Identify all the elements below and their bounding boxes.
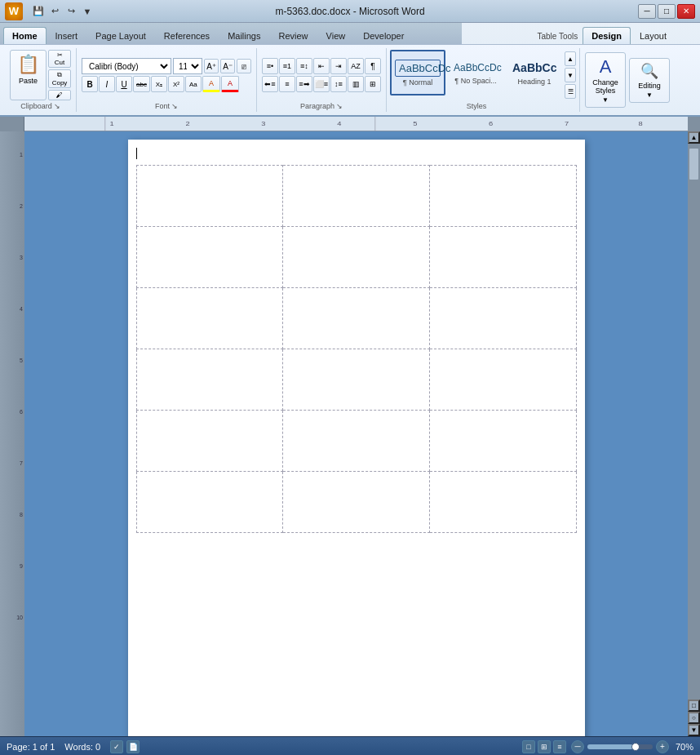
table-cell[interactable] bbox=[136, 166, 283, 227]
decrease-indent-button[interactable]: ⇤ bbox=[313, 58, 330, 74]
table-cell[interactable] bbox=[283, 411, 430, 472]
clipboard-expand-icon[interactable]: ↘ bbox=[54, 102, 60, 110]
scroll-up-button[interactable]: ▲ bbox=[688, 131, 700, 144]
close-button[interactable]: ✕ bbox=[677, 4, 695, 19]
numbering-button[interactable]: ≡1 bbox=[279, 58, 295, 74]
table-cell[interactable] bbox=[136, 472, 283, 533]
style-normal[interactable]: AaBbCcDc ¶ Normal bbox=[390, 50, 445, 95]
table-cell[interactable] bbox=[429, 411, 576, 472]
zoom-out-button[interactable]: ─ bbox=[571, 740, 584, 753]
scroll-view2-button[interactable]: ○ bbox=[688, 712, 700, 724]
office-logo[interactable]: W bbox=[5, 2, 23, 20]
tab-developer[interactable]: Developer bbox=[354, 27, 413, 44]
format-painter-button[interactable]: 🖌 bbox=[48, 90, 71, 100]
styles-more[interactable]: ☰ bbox=[565, 84, 576, 99]
cut-button[interactable]: ✂ Cut bbox=[48, 50, 71, 68]
style-no-spacing[interactable]: AaBbCcDc ¶ No Spaci... bbox=[447, 50, 504, 95]
table-cell[interactable] bbox=[283, 472, 430, 533]
paragraph-expand-icon[interactable]: ↘ bbox=[336, 102, 343, 110]
status-icons: ✓ 📄 bbox=[110, 740, 140, 753]
document-page[interactable] bbox=[128, 140, 585, 736]
italic-button[interactable]: I bbox=[99, 76, 115, 92]
align-right-button[interactable]: ≡➡ bbox=[296, 76, 312, 92]
bullets-button[interactable]: ≡• bbox=[262, 58, 278, 74]
tab-references[interactable]: References bbox=[155, 27, 219, 44]
tab-mailings[interactable]: Mailings bbox=[219, 27, 269, 44]
undo-button[interactable]: ↩ bbox=[47, 4, 62, 19]
change-styles-button[interactable]: A ChangeStyles ▼ bbox=[585, 52, 626, 109]
styles-scroll-up[interactable]: ▲ bbox=[565, 51, 576, 66]
copy-button[interactable]: ⧉ Copy bbox=[48, 69, 71, 88]
styles-scroll-down[interactable]: ▼ bbox=[565, 68, 576, 82]
sort-button[interactable]: AZ bbox=[348, 58, 364, 74]
table-cell[interactable] bbox=[283, 349, 430, 411]
table-cell[interactable] bbox=[136, 411, 283, 472]
table-cell[interactable] bbox=[136, 288, 283, 349]
table-cell[interactable] bbox=[429, 227, 576, 288]
scroll-thumb[interactable] bbox=[689, 148, 699, 180]
font-family-select[interactable]: Calibri (Body) bbox=[82, 58, 171, 74]
redo-button[interactable]: ↪ bbox=[64, 4, 78, 19]
document-table[interactable] bbox=[136, 165, 577, 533]
align-left-button[interactable]: ⬅≡ bbox=[262, 76, 278, 92]
ribbon-content: 📋 Paste ✂ Cut ⧉ Copy 🖌 bbox=[0, 44, 700, 115]
font-size-select[interactable]: 11 bbox=[173, 58, 202, 74]
check-icon[interactable]: ✓ bbox=[110, 740, 123, 753]
subscript-button[interactable]: X₂ bbox=[151, 76, 167, 92]
editing-button[interactable]: 🔍 Editing ▼ bbox=[629, 58, 670, 103]
change-case-button[interactable]: Aa bbox=[185, 76, 202, 92]
tab-review[interactable]: Review bbox=[269, 27, 317, 44]
view-web-icon[interactable]: ⊞ bbox=[538, 740, 551, 753]
font-expand-icon[interactable]: ↘ bbox=[171, 102, 178, 110]
decrease-font-button[interactable]: A⁻ bbox=[220, 59, 235, 73]
quick-access-dropdown[interactable]: ▼ bbox=[80, 4, 95, 19]
tab-page-layout[interactable]: Page Layout bbox=[86, 27, 155, 44]
style-heading1-preview: AaBbCc bbox=[511, 60, 558, 76]
page-area[interactable] bbox=[24, 131, 688, 736]
strikethrough-button[interactable]: abc bbox=[133, 76, 150, 92]
table-cell[interactable] bbox=[136, 227, 283, 288]
shading-button[interactable]: ▥ bbox=[348, 76, 364, 92]
table-cell[interactable] bbox=[429, 349, 576, 411]
tab-insert[interactable]: Insert bbox=[47, 27, 87, 44]
table-cell[interactable] bbox=[136, 349, 283, 411]
increase-indent-button[interactable]: ⇥ bbox=[330, 58, 347, 74]
tab-layout[interactable]: Layout bbox=[631, 27, 676, 44]
tab-view[interactable]: View bbox=[317, 27, 355, 44]
table-cell[interactable] bbox=[283, 288, 430, 349]
style-heading1[interactable]: AaBbCc Heading 1 bbox=[506, 50, 563, 95]
table-cell[interactable] bbox=[429, 472, 576, 533]
underline-button[interactable]: U bbox=[116, 76, 132, 92]
paste-button[interactable]: 📋 Paste bbox=[10, 50, 47, 100]
borders-button[interactable]: ⊞ bbox=[365, 76, 381, 92]
view-normal-icon[interactable]: 📄 bbox=[126, 740, 140, 753]
zoom-handle[interactable] bbox=[631, 743, 640, 751]
maximize-button[interactable]: □ bbox=[658, 4, 676, 19]
justify-button[interactable]: ⬜≡ bbox=[313, 76, 330, 92]
zoom-slider[interactable] bbox=[587, 744, 653, 749]
save-button[interactable]: 💾 bbox=[31, 4, 46, 19]
clear-format-button[interactable]: ⎚ bbox=[237, 59, 251, 73]
table-cell[interactable] bbox=[283, 166, 430, 227]
text-highlight-button[interactable]: A bbox=[202, 76, 220, 92]
multilevel-button[interactable]: ≡↕ bbox=[296, 58, 312, 74]
view-print-icon[interactable]: □ bbox=[522, 740, 535, 753]
tab-home[interactable]: Home bbox=[3, 27, 47, 44]
table-cell[interactable] bbox=[429, 288, 576, 349]
table-cell[interactable] bbox=[283, 227, 430, 288]
increase-font-button[interactable]: A⁺ bbox=[204, 59, 219, 73]
view-outline-icon[interactable]: ≡ bbox=[553, 740, 566, 753]
font-color-button[interactable]: A bbox=[221, 76, 239, 92]
minimize-button[interactable]: ─ bbox=[638, 4, 656, 19]
tab-design[interactable]: Design bbox=[583, 27, 631, 44]
align-center-button[interactable]: ≡ bbox=[279, 76, 295, 92]
line-spacing-button[interactable]: ↕≡ bbox=[330, 76, 347, 92]
zoom-in-button[interactable]: + bbox=[656, 740, 669, 753]
scroll-track[interactable] bbox=[688, 144, 700, 699]
show-hide-button[interactable]: ¶ bbox=[365, 58, 381, 74]
superscript-button[interactable]: X² bbox=[168, 76, 184, 92]
table-cell[interactable] bbox=[429, 166, 576, 227]
scroll-view1-button[interactable]: □ bbox=[688, 699, 700, 712]
bold-button[interactable]: B bbox=[82, 76, 98, 92]
scroll-down-button[interactable]: ▼ bbox=[688, 724, 700, 736]
